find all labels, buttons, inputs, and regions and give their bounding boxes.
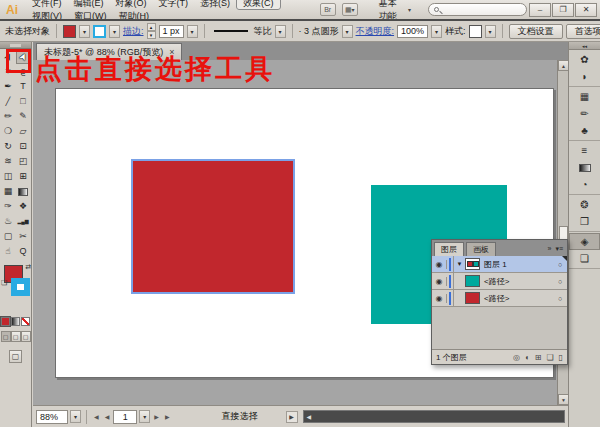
- default-fill-stroke-icon[interactable]: ❏: [1, 279, 7, 287]
- dock-symbols-icon[interactable]: ♣: [569, 122, 600, 139]
- screen-mode-button[interactable]: ▢: [9, 350, 22, 363]
- fill-dropdown-icon[interactable]: ▾: [79, 25, 90, 38]
- tool-pencil[interactable]: ✎: [16, 109, 31, 124]
- dock-brushes-icon[interactable]: ✏: [569, 105, 600, 122]
- artboard-dropdown-icon[interactable]: ▾: [139, 410, 150, 423]
- visibility-eye-icon[interactable]: ◉: [432, 260, 447, 269]
- zoom-level-field[interactable]: 88%: [36, 410, 68, 424]
- arrange-documents-icon[interactable]: ▦▾: [342, 3, 358, 16]
- tab-artboards[interactable]: 画板: [466, 242, 496, 256]
- stroke-weight-stepper[interactable]: ▴▾: [147, 23, 156, 39]
- tool-hand[interactable]: ☝: [1, 244, 16, 259]
- dock-transparency-icon[interactable]: ◔: [569, 176, 600, 193]
- target-circle-icon[interactable]: ○: [553, 261, 567, 268]
- tool-type[interactable]: T: [16, 79, 31, 94]
- horizontal-scrollbar[interactable]: ◀: [303, 410, 566, 423]
- stroke-indicator[interactable]: [11, 278, 30, 296]
- stepper-up-icon[interactable]: ▴: [147, 23, 156, 31]
- tool-rotate[interactable]: ↻: [1, 139, 16, 154]
- menu-item-1[interactable]: 文件(F): [26, 0, 68, 9]
- stepper-down-icon[interactable]: ▾: [147, 31, 156, 39]
- clipping-mask-icon[interactable]: ◐: [525, 353, 530, 362]
- draw-mode-3-button[interactable]: ▢: [21, 331, 31, 342]
- layer-row-1[interactable]: ◉▼图层 1○: [432, 256, 567, 273]
- stroke-weight-field[interactable]: 1 px: [159, 25, 184, 38]
- menu-item-3[interactable]: 对象(O): [110, 0, 153, 9]
- stroke-panel-link[interactable]: 描边:: [123, 25, 144, 38]
- dock-layers-icon[interactable]: ◈: [569, 233, 600, 250]
- visibility-eye-icon[interactable]: ◉: [432, 277, 447, 286]
- opacity-link[interactable]: 不透明度:: [356, 25, 395, 38]
- scroll-left-icon[interactable]: ◀: [304, 413, 315, 420]
- stroke-weight-dropdown-icon[interactable]: ▾: [187, 25, 198, 38]
- menu-item-2[interactable]: 编辑(E): [68, 0, 110, 9]
- last-artboard-icon[interactable]: ▶: [163, 413, 172, 420]
- layer-name[interactable]: <路径>: [484, 276, 553, 287]
- next-artboard-icon[interactable]: ▶: [152, 413, 161, 420]
- locate-object-icon[interactable]: ◎: [513, 353, 520, 362]
- dock-swatches-icon[interactable]: ▦: [569, 88, 600, 105]
- lock-column[interactable]: [447, 273, 454, 290]
- red-rectangle-shape[interactable]: [131, 159, 295, 294]
- visibility-eye-icon[interactable]: ◉: [432, 294, 447, 303]
- style-dropdown-icon[interactable]: ▾: [485, 25, 496, 38]
- tool-zoom[interactable]: Q: [16, 244, 31, 259]
- stroke-dropdown-icon[interactable]: ▾: [109, 25, 120, 38]
- tool-rectangle[interactable]: □: [16, 94, 31, 109]
- tool-gradient[interactable]: [16, 184, 31, 199]
- tool-scale[interactable]: ⊡: [16, 139, 31, 154]
- restore-button[interactable]: ❐: [552, 3, 574, 17]
- brush-dropdown-icon[interactable]: ▾: [342, 25, 353, 38]
- preferences-button[interactable]: 首选项: [566, 24, 600, 39]
- tool-paintbrush[interactable]: ✏: [1, 109, 16, 124]
- menu-item-6[interactable]: 效果(C): [236, 0, 281, 10]
- tool-eyedropper[interactable]: ✑: [1, 199, 16, 214]
- none-button[interactable]: [21, 317, 30, 326]
- prev-artboard-icon[interactable]: ◀: [103, 413, 112, 420]
- close-button[interactable]: ✕: [575, 3, 597, 17]
- bridge-icon[interactable]: Br: [320, 3, 336, 16]
- color-button[interactable]: [1, 317, 10, 326]
- menu-item-5[interactable]: 选择(S): [194, 0, 236, 9]
- stroke-color-swatch[interactable]: [93, 25, 106, 38]
- lock-column[interactable]: [447, 290, 454, 307]
- minimize-button[interactable]: –: [529, 3, 551, 17]
- artboard-number-field[interactable]: 1: [113, 410, 137, 424]
- tab-layers[interactable]: 图层: [434, 242, 464, 256]
- menu-item-4[interactable]: 文字(T): [153, 0, 195, 9]
- dock-collapse-icon[interactable]: ◂◂: [569, 42, 600, 50]
- tool-slice[interactable]: ✂: [16, 229, 31, 244]
- tool-mesh[interactable]: ▦: [1, 184, 16, 199]
- zoom-dropdown-icon[interactable]: ▾: [70, 410, 81, 423]
- dock-gradient-icon[interactable]: ▬: [569, 159, 600, 176]
- dock-stroke-icon[interactable]: ≡: [569, 142, 600, 159]
- tools-panel-gripper[interactable]: [0, 42, 31, 49]
- tool-line[interactable]: ╱: [1, 94, 16, 109]
- dock-appearance-icon[interactable]: ❂: [569, 196, 600, 213]
- opacity-field[interactable]: 100%: [397, 25, 428, 38]
- delete-layer-icon[interactable]: ▯: [559, 353, 563, 362]
- dock-color-guide-icon[interactable]: ◗: [569, 68, 600, 85]
- tool-shape-builder[interactable]: ◫: [1, 169, 16, 184]
- dock-graphic-styles-icon[interactable]: ❐: [569, 213, 600, 230]
- gradient-button[interactable]: [11, 317, 20, 326]
- lock-column[interactable]: [447, 256, 454, 273]
- layer-row-3[interactable]: ◉<路径>○: [432, 290, 567, 307]
- tool-graph[interactable]: ▂▄▆: [16, 214, 31, 229]
- layer-name[interactable]: <路径>: [484, 293, 553, 304]
- first-artboard-icon[interactable]: ◀: [92, 413, 101, 420]
- search-input[interactable]: [428, 3, 527, 16]
- draw-mode-2-button[interactable]: ▢: [11, 331, 21, 342]
- expand-triangle-icon[interactable]: ▼: [454, 261, 465, 267]
- panel-menu-icon[interactable]: ▾≡: [555, 245, 563, 253]
- target-circle-icon[interactable]: ○: [553, 278, 567, 285]
- opacity-dropdown-icon[interactable]: ▾: [431, 25, 442, 38]
- dock-color-icon[interactable]: ✿: [569, 51, 600, 68]
- tool-blend[interactable]: ❖: [16, 199, 31, 214]
- tool-free-transform[interactable]: ◰: [16, 154, 31, 169]
- layer-name[interactable]: 图层 1: [484, 259, 553, 270]
- collapse-panel-icon[interactable]: »: [547, 245, 551, 253]
- fill-color-swatch[interactable]: [63, 25, 76, 38]
- new-layer-icon[interactable]: ❏: [546, 353, 553, 362]
- style-swatch[interactable]: [469, 25, 482, 38]
